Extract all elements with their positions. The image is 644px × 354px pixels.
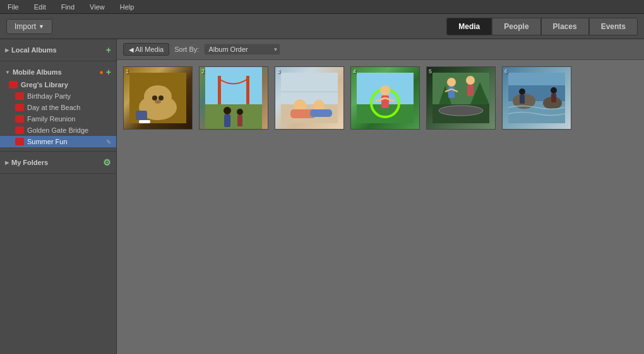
svg-point-14 (224, 107, 231, 114)
summer-fun-label: Summer Fun (27, 138, 68, 145)
sub-toolbar: ◀ All Media Sort By: Album Order Date (N… (117, 39, 644, 60)
photo-number-2: 2 (201, 68, 205, 75)
all-media-button[interactable]: ◀ All Media (123, 43, 169, 56)
main-layout: ▶ Local Albums + ▼ Mobile Albums ● + (0, 39, 644, 354)
menu-file[interactable]: File (5, 2, 21, 12)
svg-point-40 (466, 76, 475, 85)
svg-rect-29 (381, 95, 389, 108)
svg-point-42 (439, 106, 483, 116)
svg-rect-9 (139, 120, 150, 123)
sidebar-item-golden-gate[interactable]: Golden Gate Bridge (0, 125, 116, 136)
photo-thumb-1[interactable]: 1 (123, 66, 193, 130)
photo-thumb-2[interactable]: 2 (199, 66, 268, 130)
thumb-svg-4 (357, 73, 414, 123)
menu-view[interactable]: View (87, 2, 107, 12)
thumb-svg-1 (129, 73, 186, 123)
toolbar: Import ▼ Media People Places Events (0, 14, 644, 39)
import-button[interactable]: Import ▼ (6, 19, 52, 34)
my-folders-header[interactable]: ▶ My Folders ⚙ (0, 156, 116, 169)
summer-fun-edit-icon: ✎ (106, 138, 111, 145)
svg-rect-8 (136, 111, 147, 120)
svg-rect-48 (520, 95, 525, 104)
photo-thumb-6[interactable]: 6 (502, 66, 571, 130)
golden-gate-icon (15, 126, 24, 134)
mobile-albums-label: Mobile Albums (13, 68, 62, 76)
sidebar-item-day-at-beach[interactable]: Day at the Beach (0, 102, 116, 113)
svg-rect-11 (205, 104, 262, 130)
my-folders-sync-btn[interactable]: ⚙ (103, 158, 111, 167)
photo-number-3: 3 (277, 68, 280, 75)
import-arrow: ▼ (39, 23, 44, 30)
local-albums-label: Local Albums (11, 46, 57, 54)
local-albums-triangle: ▶ (5, 47, 9, 53)
thumb-svg-3 (281, 73, 338, 123)
my-folders-triangle: ▶ (5, 160, 9, 166)
thumb-inner-1 (124, 67, 192, 129)
svg-point-7 (155, 100, 161, 104)
mobile-sync-btn[interactable]: ● (99, 68, 104, 76)
svg-rect-10 (205, 66, 262, 104)
sidebar-item-family-reunion[interactable]: Family Reunion (0, 113, 116, 125)
golden-gate-label: Golden Gate Bridge (27, 126, 88, 134)
photo-thumb-4[interactable]: 4 (350, 66, 420, 130)
sort-select[interactable]: Album Order Date (Newest First) Date (Ol… (204, 44, 280, 55)
menu-bar: File Edit Find View Help (0, 0, 644, 14)
svg-point-28 (380, 85, 390, 95)
menu-help[interactable]: Help (117, 2, 137, 12)
mobile-albums-triangle: ▼ (5, 70, 10, 75)
sidebar-item-summer-fun[interactable]: Summer Fun ✎ (0, 136, 116, 147)
tab-places[interactable]: Places (541, 18, 589, 35)
import-label: Import (15, 22, 36, 31)
svg-point-5 (152, 95, 157, 101)
mobile-albums-header[interactable]: ▼ Mobile Albums ● + (0, 65, 116, 79)
svg-point-47 (519, 88, 525, 95)
photo-thumb-3[interactable]: 3 (275, 66, 344, 130)
svg-point-36 (447, 78, 456, 87)
photo-number-4: 4 (353, 68, 356, 75)
thumb-inner-5 (427, 67, 495, 129)
tab-people[interactable]: People (492, 18, 540, 35)
thumb-inner-6 (503, 67, 571, 129)
photo-number-6: 6 (504, 68, 508, 75)
photo-thumb-5[interactable]: 5 (426, 66, 496, 130)
thumb-inner-4 (351, 67, 419, 129)
sidebar: ▶ Local Albums + ▼ Mobile Albums ● + (0, 39, 117, 354)
sort-wrapper: Album Order Date (Newest First) Date (Ol… (204, 44, 280, 55)
sidebar-item-birthday-party[interactable]: Birthday Party (0, 90, 116, 102)
view-tabs: Media People Places Events (446, 18, 638, 35)
local-albums-section: ▶ Local Albums + (0, 39, 116, 61)
thumb-svg-6 (508, 73, 565, 123)
photo-number-5: 5 (429, 68, 432, 75)
svg-rect-23 (310, 109, 332, 117)
svg-rect-41 (467, 85, 474, 96)
thumb-svg-2 (205, 66, 262, 130)
family-reunion-icon (15, 115, 24, 123)
svg-point-49 (551, 87, 557, 94)
my-folders-label: My Folders (11, 159, 48, 166)
family-reunion-label: Family Reunion (27, 115, 75, 123)
svg-rect-15 (224, 114, 230, 127)
menu-find[interactable]: Find (59, 2, 77, 12)
gregs-library-label: Greg's Library (21, 81, 68, 88)
photo-number-1: 1 (126, 68, 129, 75)
birthday-party-label: Birthday Party (27, 92, 71, 100)
local-albums-header[interactable]: ▶ Local Albums + (0, 43, 116, 57)
local-albums-add-btn[interactable]: + (106, 46, 111, 54)
svg-rect-50 (551, 94, 556, 102)
day-at-beach-icon (15, 104, 24, 111)
tab-media[interactable]: Media (446, 18, 492, 35)
day-at-beach-label: Day at the Beach (27, 104, 80, 111)
menu-edit[interactable]: Edit (32, 2, 49, 12)
library-icon (9, 81, 18, 88)
gregs-library-item[interactable]: Greg's Library (0, 79, 116, 90)
svg-rect-37 (448, 87, 455, 98)
mobile-albums-section: ▼ Mobile Albums ● + Greg's Library Birth… (0, 61, 116, 152)
tab-events[interactable]: Events (589, 18, 638, 35)
thumb-svg-5 (432, 73, 489, 123)
my-folders-section: ▶ My Folders ⚙ (0, 152, 116, 174)
photo-grid: 1 (117, 60, 644, 136)
sort-by-label: Sort By: (174, 46, 199, 53)
birthday-party-icon (15, 92, 24, 100)
mobile-albums-add-btn[interactable]: + (106, 68, 111, 76)
svg-rect-51 (508, 73, 565, 85)
